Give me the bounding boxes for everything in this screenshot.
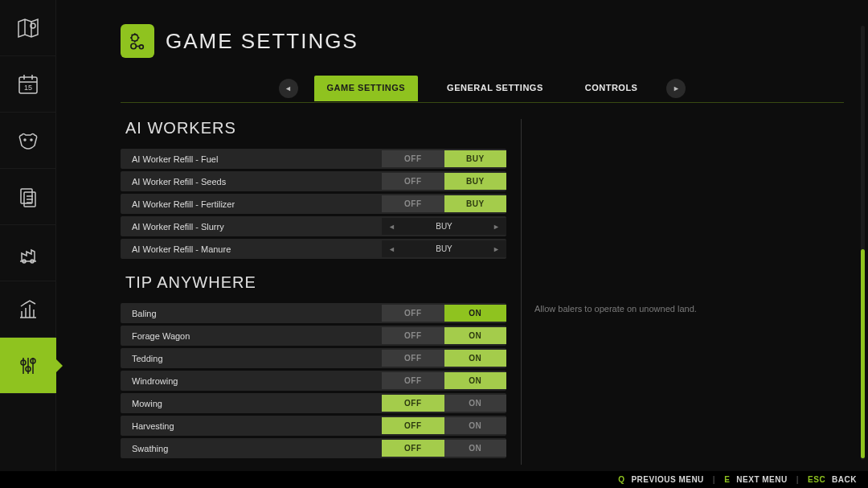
toggle[interactable]: OFFON (382, 350, 506, 367)
toggle-option-right[interactable]: ON (444, 440, 507, 457)
footer-label-prev[interactable]: PREVIOUS MENU (631, 475, 703, 484)
setting-label: AI Worker Refill - Fertilizer (132, 199, 382, 209)
calendar-icon: 15 (15, 72, 41, 97)
tabs-underline (121, 102, 844, 103)
settings-column: AI WORKERS AI Worker Refill - FuelOFFBUY… (121, 119, 506, 465)
setting-label: Harvesting (132, 421, 382, 431)
tab-controls[interactable]: CONTROLS (572, 76, 651, 101)
toggle-option-left[interactable]: OFF (382, 173, 444, 190)
setting-row: AI Worker Refill - SeedsOFFBUY (121, 171, 506, 191)
sidebar-item-calendar[interactable]: 15 (0, 56, 56, 113)
toggle-option-right[interactable]: ON (444, 417, 507, 434)
setting-label: Mowing (132, 399, 382, 408)
tab-prev-button[interactable]: ◄ (279, 79, 298, 98)
toggle[interactable]: OFFON (382, 327, 506, 344)
toggle-option-right[interactable]: ON (444, 350, 507, 367)
sidebar-item-production[interactable] (0, 225, 56, 281)
setting-label: Windrowing (132, 376, 382, 386)
toggle[interactable]: OFFON (382, 305, 506, 322)
header-icon-badge (121, 24, 154, 58)
tab-game-settings[interactable]: GAME SETTINGS (314, 76, 419, 101)
toggle[interactable]: OFFBUY (382, 150, 506, 167)
toggle-option-right[interactable]: ON (444, 372, 507, 389)
toggle-option-left[interactable]: OFF (382, 195, 444, 212)
selector[interactable]: ◄BUY► (382, 218, 506, 235)
setting-row: AI Worker Refill - FertilizerOFFBUY (121, 194, 506, 214)
toggle-option-right[interactable]: ON (444, 305, 507, 322)
setting-label: AI Worker Refill - Slurry (132, 222, 382, 232)
selector[interactable]: ◄BUY► (382, 240, 506, 257)
toggle-option-right[interactable]: ON (444, 395, 507, 412)
footer-label-next[interactable]: NEXT MENU (736, 475, 787, 484)
selector-next-icon[interactable]: ► (493, 245, 500, 253)
selector-next-icon[interactable]: ► (493, 223, 500, 231)
selector-value: BUY (436, 222, 452, 231)
toggle-option-left[interactable]: OFF (382, 305, 444, 322)
page-title: GAME SETTINGS (166, 29, 358, 54)
footer-sep: | (796, 475, 799, 484)
sidebar: 15 (0, 0, 56, 471)
toggle-option-right[interactable]: ON (444, 327, 507, 344)
setting-row: AI Worker Refill - Manure◄BUY► (121, 239, 506, 259)
sidebar-item-settings[interactable] (0, 338, 56, 394)
settings-sliders-icon (15, 353, 41, 379)
setting-label: AI Worker Refill - Seeds (132, 177, 382, 187)
svg-point-4 (31, 139, 32, 141)
svg-point-3 (24, 139, 26, 141)
svg-point-13 (131, 43, 137, 49)
toggle-option-left[interactable]: OFF (382, 395, 444, 412)
setting-row: HarvestingOFFON (121, 416, 506, 436)
svg-point-14 (139, 45, 143, 49)
setting-label: Swathing (132, 444, 382, 453)
documents-icon (15, 184, 41, 210)
setting-row: AI Worker Refill - Slurry◄BUY► (121, 216, 506, 236)
content-area: AI WORKERS AI Worker Refill - FuelOFFBUY… (121, 119, 844, 465)
cow-icon (15, 128, 41, 154)
toggle[interactable]: OFFON (382, 440, 506, 457)
toggle-option-left[interactable]: OFF (382, 350, 444, 367)
toggle[interactable]: OFFON (382, 395, 506, 412)
toggle[interactable]: OFFON (382, 372, 506, 389)
scrollbar-thumb[interactable] (861, 249, 865, 458)
info-text: Allow balers to operate on unowned land. (534, 304, 697, 314)
setting-row: AI Worker Refill - FuelOFFBUY (121, 149, 506, 169)
toggle-option-left[interactable]: OFF (382, 417, 444, 434)
sidebar-item-stats[interactable] (0, 281, 56, 338)
gear-tractor-icon (127, 31, 148, 51)
setting-label: Tedding (132, 354, 382, 363)
tabs: ◄ GAME SETTINGS GENERAL SETTINGS CONTROL… (121, 76, 844, 101)
factory-icon (15, 240, 41, 266)
footer-sep: | (713, 475, 715, 484)
toggle-option-left[interactable]: OFF (382, 372, 444, 389)
toggle[interactable]: OFFON (382, 417, 506, 434)
footer-label-back[interactable]: BACK (832, 475, 857, 484)
sidebar-item-animals[interactable] (0, 113, 56, 169)
selector-prev-icon[interactable]: ◄ (388, 245, 395, 253)
setting-row: SwathingOFFON (121, 438, 506, 458)
toggle[interactable]: OFFBUY (382, 173, 506, 190)
toggle-option-left[interactable]: OFF (382, 150, 444, 167)
footer-key-e: E (724, 475, 730, 484)
setting-label: AI Worker Refill - Manure (132, 244, 382, 254)
section-title-ai-workers: AI WORKERS (125, 119, 506, 137)
toggle[interactable]: OFFBUY (382, 195, 506, 212)
tab-next-button[interactable]: ► (666, 79, 686, 98)
toggle-option-right[interactable]: BUY (444, 173, 507, 190)
selector-prev-icon[interactable]: ◄ (388, 223, 395, 231)
sidebar-item-contracts[interactable] (0, 169, 56, 225)
toggle-option-right[interactable]: BUY (444, 150, 507, 167)
toggle-option-left[interactable]: OFF (382, 440, 444, 457)
svg-text:15: 15 (24, 84, 32, 92)
setting-row: BalingOFFON (121, 303, 506, 323)
sidebar-item-map[interactable] (0, 0, 56, 56)
tab-general-settings[interactable]: GENERAL SETTINGS (434, 76, 556, 101)
selector-value: BUY (436, 244, 452, 253)
setting-row: MowingOFFON (121, 393, 506, 413)
toggle-option-left[interactable]: OFF (382, 327, 444, 344)
toggle-option-right[interactable]: BUY (444, 195, 507, 212)
footer-key-q: Q (618, 475, 624, 484)
setting-label: AI Worker Refill - Fuel (132, 154, 382, 164)
footer-key-esc: ESC (808, 475, 825, 484)
setting-row: TeddingOFFON (121, 348, 506, 368)
section-title-tip-anywhere: TIP ANYWHERE (125, 273, 506, 292)
